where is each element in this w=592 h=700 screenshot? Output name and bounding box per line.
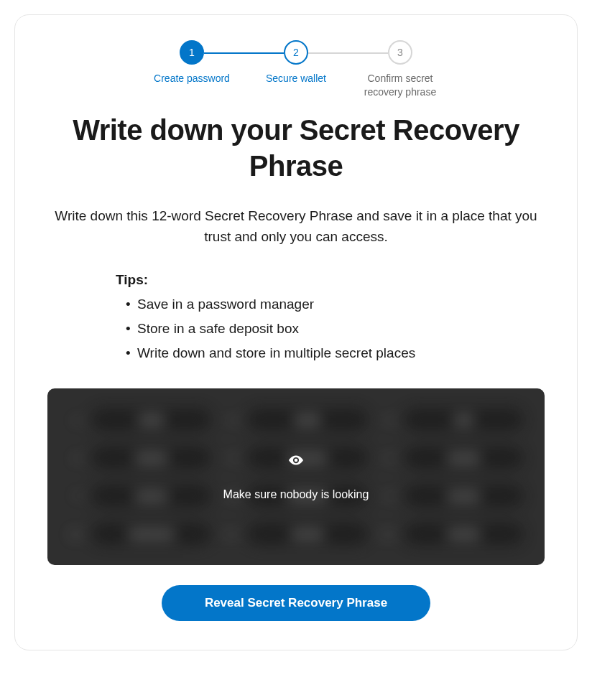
tips-list: Save in a password manager Store in a sa…	[116, 292, 501, 366]
tips-item: Write down and store in multiple secret …	[126, 341, 501, 365]
tips-section: Tips: Save in a password manager Store i…	[116, 272, 501, 366]
recovery-phrase-panel[interactable]: 1.████ 2.████ 3.███ 4.█████ 5.██████ 6.█…	[47, 388, 545, 565]
tips-heading: Tips:	[116, 272, 501, 288]
step-3: 3 Confirm secret recovery phrase	[348, 40, 453, 99]
step-3-label: Confirm secret recovery phrase	[348, 72, 453, 99]
phrase-overlay: Make sure nobody is looking	[47, 388, 545, 565]
step-2: 2 Secure wallet	[244, 40, 348, 85]
tips-item: Save in a password manager	[126, 292, 501, 317]
reveal-button[interactable]: Reveal Secret Recovery Phrase	[162, 585, 430, 621]
page-title: Write down your Secret Recovery Phrase	[47, 112, 545, 184]
stepper: 1 Create password 2 Secure wallet 3 Conf…	[47, 40, 545, 99]
tips-item: Store in a safe deposit box	[126, 317, 501, 341]
step-1-label: Create password	[154, 72, 230, 85]
step-1-circle: 1	[180, 40, 204, 65]
onboarding-card: 1 Create password 2 Secure wallet 3 Conf…	[14, 14, 578, 650]
step-3-circle: 3	[388, 40, 412, 65]
eye-icon	[288, 452, 304, 471]
page-subtitle: Write down this 12-word Secret Recovery …	[47, 205, 545, 248]
step-2-circle: 2	[284, 40, 308, 65]
reveal-button-wrap: Reveal Secret Recovery Phrase	[47, 585, 545, 621]
step-connector-1	[204, 52, 284, 54]
phrase-overlay-text: Make sure nobody is looking	[223, 488, 369, 501]
step-1: 1 Create password	[140, 40, 244, 85]
step-2-label: Secure wallet	[266, 72, 326, 85]
step-connector-2	[308, 52, 388, 54]
